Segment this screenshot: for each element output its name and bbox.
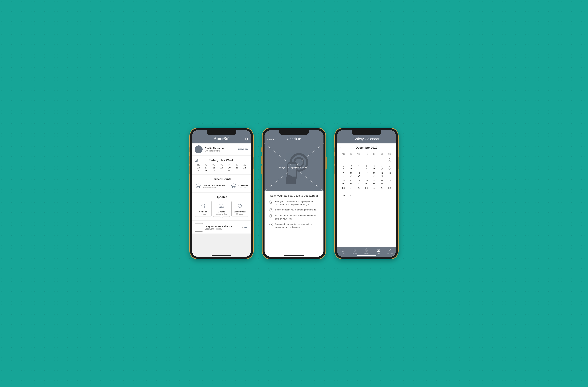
calendar-day[interactable]: 11 — [355, 171, 363, 179]
calendar-dow: Th — [363, 152, 370, 156]
day-status-icon — [340, 167, 347, 170]
step-row: 1Hold your phone near the tag on your la… — [270, 200, 318, 206]
cancel-button[interactable]: Cancel — [267, 138, 274, 141]
calendar-day[interactable]: 18 — [355, 179, 363, 186]
day-status-icon — [355, 189, 363, 192]
clothing-item-row[interactable]: Gray AmorSui Lab Coat Last Worn Tuesday — [192, 221, 251, 234]
calendar-day[interactable]: 21 — [378, 179, 386, 186]
calendar-day[interactable]: 29 — [386, 186, 393, 194]
day-status-icon — [228, 169, 231, 172]
updates-title: Updates — [195, 196, 248, 199]
calendar-day[interactable]: 20 — [370, 179, 378, 186]
day-status-icon — [355, 175, 363, 177]
update-card[interactable]: 2 ItemsWashing Due — [213, 201, 230, 217]
day-status-icon — [370, 189, 378, 192]
update-card[interactable]: Safety Streak30 Days! — [231, 201, 248, 217]
calendar-day[interactable]: 17 — [347, 179, 355, 186]
calendar-day[interactable]: 14 — [378, 171, 386, 179]
day-status-icon — [370, 167, 378, 170]
step-text: Visit this page and stop the timer when … — [275, 214, 318, 220]
week-day[interactable]: Su22 — [243, 164, 246, 172]
earned-points-item[interactable]: +50Checked inYesterday — [230, 183, 248, 190]
tab-clothing[interactable]: Clothing — [349, 247, 361, 255]
day-status-icon — [363, 189, 370, 192]
avatar[interactable] — [195, 145, 203, 153]
calendar-day[interactable]: 4 — [355, 164, 363, 171]
calendar-day[interactable]: 1 — [386, 156, 393, 164]
tab-safety[interactable]: Safety — [372, 247, 384, 255]
month-back-button[interactable] — [340, 146, 342, 149]
week-day[interactable]: Sa21 — [236, 164, 238, 172]
calendar-day[interactable]: 30 — [340, 194, 347, 201]
step-text: Hold your phone near the tag on your lab… — [275, 200, 318, 206]
scan-image-placeholder: Image of a tag being "scanned" — [265, 143, 323, 191]
calendar-day[interactable]: 16 — [340, 179, 347, 186]
calendar-day[interactable]: 12 — [363, 171, 370, 179]
calendar-day[interactable]: 3 — [347, 164, 355, 171]
timer-icon — [365, 248, 368, 252]
week-day[interactable]: We18 — [213, 164, 215, 172]
tab-home[interactable]: Home — [337, 247, 349, 255]
calendar-day[interactable]: 13 — [370, 171, 378, 179]
day-status-icon — [347, 197, 355, 200]
points-badge-icon: +50 — [195, 183, 202, 190]
calendar-day[interactable]: 7 — [378, 164, 386, 171]
earned-points-item[interactable]: +50Checked into Room 200Today at 9:01AM — [195, 183, 228, 190]
calendar-check-icon — [195, 159, 198, 162]
calendar-day[interactable]: 26 — [363, 186, 370, 194]
day-status-icon — [236, 169, 238, 172]
calendar-day[interactable]: 24 — [347, 186, 355, 194]
tab-my team[interactable]: My Team — [384, 247, 396, 255]
day-status-icon — [378, 175, 386, 177]
day-status-icon — [355, 167, 363, 170]
step-number: 4 — [270, 223, 273, 226]
day-status-icon — [197, 169, 200, 172]
day-status-icon — [347, 175, 355, 177]
month-title: December 2019 — [356, 146, 377, 149]
tab-check in[interactable]: Check In — [360, 247, 372, 255]
app-title: AmorSui — [214, 136, 229, 141]
svg-point-14 — [381, 168, 383, 169]
svg-point-15 — [389, 168, 390, 169]
calendar-day[interactable]: 31 — [347, 194, 355, 201]
week-day[interactable]: Mo16 — [197, 164, 200, 172]
step-text: Earn points for wearing your protective … — [275, 223, 318, 229]
calendar-day[interactable]: 5 — [363, 164, 370, 171]
calendar-day[interactable]: 9 — [340, 171, 347, 179]
image-caption: Image of a tag being "scanned" — [279, 166, 309, 169]
badge-icon — [232, 204, 247, 209]
calendar-day[interactable]: 10 — [347, 171, 355, 179]
day-status-icon — [213, 169, 215, 172]
calendar-day[interactable]: 8 — [386, 164, 393, 171]
redeem-button[interactable]: REDEEM — [237, 148, 248, 151]
calendar-dow: Fr — [370, 152, 378, 156]
calendar-dow: We — [355, 152, 363, 156]
checkin-title: Check In — [287, 137, 301, 141]
calendar-day[interactable]: 27 — [370, 186, 378, 194]
day-status-icon — [370, 175, 378, 177]
wash-badge[interactable] — [242, 226, 248, 229]
calendar-day[interactable]: 23 — [340, 186, 347, 194]
day-status-icon — [386, 160, 393, 163]
calendar-day[interactable]: 25 — [355, 186, 363, 194]
calendar-day[interactable]: 2 — [340, 164, 347, 171]
calendar-day[interactable]: 19 — [363, 179, 370, 186]
waves-icon — [214, 204, 229, 209]
calendar-dow: Su — [386, 152, 393, 156]
svg-line-5 — [195, 224, 203, 232]
calendar-day[interactable]: 6 — [370, 164, 378, 171]
week-day[interactable]: Tu17 — [205, 164, 208, 172]
calendar-icon — [377, 248, 380, 252]
day-status-icon — [347, 167, 355, 170]
week-day[interactable]: Th19 — [220, 164, 223, 172]
day-status-icon — [378, 167, 386, 170]
update-card[interactable]: No ItemsIn Use — [195, 201, 212, 217]
day-status-icon — [386, 182, 393, 185]
svg-point-16 — [381, 175, 383, 177]
calendar-day[interactable]: 28 — [378, 186, 386, 194]
settings-button[interactable] — [245, 138, 248, 141]
calendar-day[interactable]: 15 — [386, 171, 393, 179]
calendar-day[interactable]: 22 — [386, 179, 393, 186]
week-day[interactable]: Fr20 — [228, 164, 231, 172]
shield-icon — [341, 248, 345, 252]
